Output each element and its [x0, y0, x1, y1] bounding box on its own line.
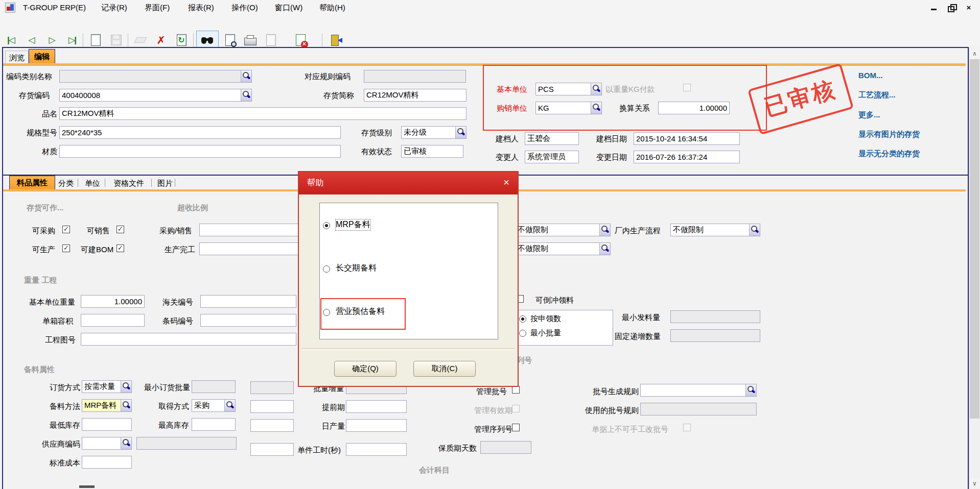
aux-field[interactable]	[250, 443, 294, 456]
supplier-name-field[interactable]	[136, 437, 237, 450]
scrollbar-thumb[interactable]	[970, 59, 979, 419]
subtab-qualification[interactable]: 资格文件	[113, 179, 144, 188]
min-order-field[interactable]	[192, 380, 236, 393]
by-request-radio[interactable]	[519, 315, 526, 323]
code-type-field[interactable]	[59, 70, 252, 83]
menu-ui[interactable]: 界面(F)	[145, 3, 170, 13]
dialog-close-icon[interactable]: ×	[503, 177, 509, 188]
menu-action[interactable]: 操作(O)	[231, 3, 258, 13]
batch-rule-field[interactable]	[640, 384, 757, 397]
link-bom[interactable]: BOM...	[858, 71, 883, 80]
subtab-item-attrs[interactable]: 料品属性	[9, 176, 55, 189]
tab-browse[interactable]: 浏览	[5, 51, 29, 64]
scroll-up-icon[interactable]: ∧	[970, 48, 979, 59]
unit-hours-field[interactable]	[346, 443, 407, 456]
no-manual-checkbox[interactable]	[683, 424, 691, 431]
menu-window[interactable]: 窗口(W)	[275, 3, 302, 13]
name-field[interactable]: CR12MOV精料	[59, 107, 466, 120]
customs-field[interactable]	[200, 295, 296, 308]
inv-code-field[interactable]: 400400008	[59, 89, 252, 102]
modifier-field[interactable]: 系统管理员	[525, 151, 579, 163]
vertical-scrollbar[interactable]: ∧ ∨	[969, 48, 980, 489]
inv-abbr-field[interactable]: CR12MOV精料	[364, 89, 466, 102]
min-issue-field[interactable]	[670, 310, 760, 323]
tab-edit[interactable]: 编辑	[29, 49, 55, 64]
lead-time-field[interactable]	[346, 400, 407, 413]
mng-serial-checkbox[interactable]	[512, 424, 520, 431]
sellable-checkbox[interactable]	[116, 226, 124, 233]
limit-dropdown-1[interactable]: 不做限制	[515, 224, 611, 236]
drawing-field[interactable]	[81, 333, 296, 346]
rule-code-field[interactable]	[364, 70, 466, 83]
supplier-field[interactable]	[82, 437, 132, 450]
option-radio-mrp[interactable]	[323, 222, 330, 229]
aux-field[interactable]	[250, 419, 294, 432]
menu-report[interactable]: 报表(R)	[188, 3, 214, 13]
trade-unit-field[interactable]: KG	[535, 102, 602, 114]
link-show-with-image[interactable]: 显示有图片的存货	[858, 130, 920, 139]
lookup-icon[interactable]	[241, 89, 251, 101]
creator-field[interactable]: 王碧会	[525, 132, 579, 145]
producible-checkbox[interactable]	[62, 244, 70, 252]
window-close-icon[interactable]: ×	[965, 4, 973, 12]
option-label-long-lead[interactable]: 长交期备料	[336, 263, 377, 274]
window-restore-icon[interactable]	[947, 4, 955, 12]
buy-sell-ratio-field[interactable]	[199, 224, 304, 236]
prod-done-ratio-field[interactable]	[199, 242, 304, 255]
max-stock-field[interactable]	[192, 418, 236, 431]
link-show-unclassified[interactable]: 显示无分类的存货	[858, 149, 920, 159]
ok-button[interactable]: 确定(Q)	[334, 361, 396, 377]
min-stock-field[interactable]	[82, 418, 132, 431]
lookup-icon[interactable]	[224, 400, 235, 411]
aux-field[interactable]	[250, 400, 294, 413]
order-mode-field[interactable]: 按需求量	[82, 380, 132, 393]
lookup-icon[interactable]	[591, 83, 601, 95]
lookup-icon[interactable]	[745, 384, 756, 396]
prep-method-field[interactable]: MRP备料	[82, 399, 132, 412]
cancel-button[interactable]: 取消(C)	[413, 361, 476, 377]
modify-date-field[interactable]: 2016-07-26 16:37:24	[634, 151, 740, 163]
spec-field[interactable]: 250*240*35	[59, 126, 341, 139]
option-radio-long-lead[interactable]	[323, 265, 330, 273]
dialog-titlebar[interactable]: 帮助 ×	[299, 172, 518, 194]
limit-dropdown-2[interactable]: 不做限制	[515, 242, 611, 255]
option-label-mrp[interactable]: MRP备料	[336, 219, 370, 230]
lookup-icon[interactable]	[121, 400, 131, 411]
lookup-icon[interactable]	[599, 224, 610, 236]
lookup-icon[interactable]	[599, 243, 610, 255]
mng-valid-checkbox[interactable]	[512, 405, 520, 412]
aux-field[interactable]	[250, 381, 294, 394]
window-minimize-icon[interactable]	[930, 4, 938, 12]
lookup-icon[interactable]	[455, 127, 466, 138]
factory-flow-field[interactable]: 不做限制	[670, 224, 760, 236]
used-rule-field[interactable]	[640, 403, 757, 415]
lookup-icon[interactable]	[749, 224, 760, 236]
box-vol-field[interactable]	[81, 314, 145, 327]
create-date-field[interactable]: 2015-10-24 16:34:54	[634, 132, 740, 145]
base-unit-field[interactable]: PCS	[535, 83, 602, 95]
fixed-inc-field[interactable]	[670, 329, 760, 342]
bomable-checkbox[interactable]	[116, 244, 124, 252]
material-field[interactable]	[59, 145, 341, 158]
subtab-image[interactable]: 图片	[157, 179, 173, 188]
barcode-field[interactable]	[200, 314, 296, 327]
subtab-category[interactable]: 分类	[58, 179, 74, 188]
shelf-days-field[interactable]	[480, 441, 531, 454]
std-cost-field[interactable]	[82, 456, 132, 469]
pay-by-kg-checkbox[interactable]	[683, 84, 691, 91]
buyable-checkbox[interactable]	[62, 226, 70, 233]
status-field[interactable]: 已审核	[401, 145, 463, 158]
scroll-down-icon[interactable]: ∨	[970, 478, 979, 488]
link-process-flow[interactable]: 工艺流程...	[858, 90, 896, 100]
menu-help[interactable]: 帮助(H)	[319, 3, 345, 13]
acquire-field[interactable]: 采购	[192, 399, 236, 412]
conversion-field[interactable]: 1.00000	[658, 102, 730, 114]
menu-app[interactable]: T-GROUP ERP(E)	[23, 3, 86, 12]
lookup-icon[interactable]	[121, 381, 131, 393]
mng-batch-checkbox[interactable]	[512, 386, 520, 394]
min-batch-radio[interactable]	[519, 330, 526, 337]
daily-out-field[interactable]	[346, 419, 407, 432]
unit-weight-field[interactable]: 1.00000	[81, 295, 145, 308]
lookup-icon[interactable]	[121, 437, 131, 449]
menu-record[interactable]: 记录(R)	[101, 3, 127, 13]
